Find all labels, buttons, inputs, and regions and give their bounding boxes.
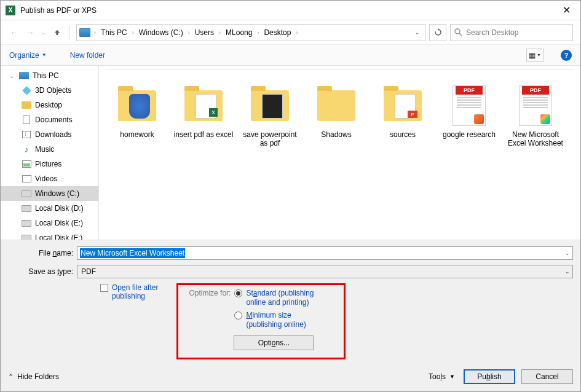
file-label: save powerpoint as pdf (239, 130, 301, 148)
breadcrumb-item[interactable]: Desktop (263, 27, 292, 38)
file-item[interactable]: PDFgoogle research (436, 81, 502, 155)
saveastype-select[interactable]: PDF ⌄ (77, 265, 573, 278)
file-item[interactable]: PDFNew Microsoft Excel Worksheet (502, 81, 569, 155)
chevron-right-icon[interactable]: › (255, 29, 261, 36)
breadcrumb-item[interactable]: MLoong (224, 27, 253, 38)
breadcrumb-item[interactable]: Windows (C:) (138, 27, 184, 38)
file-thumb (314, 84, 358, 128)
new-folder-button[interactable]: New folder (70, 51, 105, 60)
open-after-label: Open file afterpublishing (112, 283, 158, 300)
file-label: sources (390, 130, 416, 139)
optimize-group: Optimize for: Standard (publishingonline… (176, 283, 345, 359)
navbar: ← → ⌄ › This PC › Windows (C:) › Users ›… (1, 20, 580, 45)
cancel-button[interactable]: Cancel (521, 369, 573, 384)
search-icon (454, 28, 462, 36)
chevron-down-icon: ▼ (42, 52, 47, 58)
sidebar-item[interactable]: This PC (1, 68, 98, 83)
tools-button[interactable]: Tools ▼ (426, 372, 457, 381)
sidebar-item-label: Local Disk (D:) (35, 204, 84, 213)
filename-input[interactable]: New Microsoft Excel Worksheet ⌄ (77, 246, 573, 260)
file-item[interactable]: insert pdf as excel (170, 81, 237, 155)
sidebar-item[interactable]: Local Disk (E:) (1, 216, 98, 230)
chevron-down-icon[interactable]: ⌄ (565, 269, 570, 275)
back-icon[interactable]: ← (8, 26, 20, 39)
history-dropdown-icon[interactable]: ⌄ (40, 26, 47, 39)
filename-label: File name: (8, 249, 77, 257)
file-label: Shadows (321, 130, 351, 139)
sidebar-item[interactable]: Local Disk (D:) (1, 201, 98, 216)
sidebar-item[interactable]: Downloads (1, 127, 98, 142)
refresh-button[interactable] (429, 24, 446, 41)
breadcrumb[interactable]: › This PC › Windows (C:) › Users › MLoon… (76, 24, 425, 41)
sidebar-item[interactable]: Pictures (1, 157, 98, 171)
sidebar-item-label: Videos (35, 174, 57, 183)
file-item[interactable]: homework (104, 81, 170, 155)
file-item[interactable]: Shadows (303, 81, 370, 155)
file-label: New Microsoft Excel Worksheet (505, 130, 566, 148)
file-thumb (381, 84, 425, 128)
main: This PC3D ObjectsDesktopDocumentsDownloa… (1, 66, 580, 240)
refresh-icon (434, 28, 442, 36)
sidebar-item[interactable]: ♪Music (1, 142, 98, 157)
sidebar-item-label: This PC (33, 71, 59, 80)
up-icon[interactable] (51, 26, 63, 39)
organize-button[interactable]: Organize ▼ (9, 51, 47, 60)
sidebar-item[interactable]: Desktop (1, 98, 98, 112)
toolbar: Organize ▼ New folder ▦ ▼ ? (1, 45, 580, 66)
sidebar: This PC3D ObjectsDesktopDocumentsDownloa… (1, 66, 99, 240)
sidebar-item[interactable]: Documents (1, 112, 98, 127)
sidebar-item[interactable]: Windows (C:) (1, 186, 98, 201)
sidebar-item[interactable]: Videos (1, 171, 98, 186)
file-item[interactable]: save powerpoint as pdf (237, 81, 303, 155)
chevron-down-icon[interactable]: ⌄ (565, 250, 570, 256)
file-label: insert pdf as excel (174, 130, 234, 139)
chevron-up-icon: ⌃ (8, 373, 14, 381)
radio-standard-label[interactable]: Standard (publishingonline and printing) (246, 289, 314, 307)
saveastype-label: Save as type: (8, 267, 77, 276)
sidebar-item[interactable]: 3D Objects (1, 83, 98, 98)
chevron-right-icon[interactable]: › (130, 29, 136, 36)
form-area: File name: New Microsoft Excel Worksheet… (1, 240, 580, 363)
monitor-icon (79, 28, 90, 37)
file-thumb: PDF (447, 84, 491, 128)
sidebar-item[interactable]: Local Disk (F:) (1, 230, 98, 240)
close-icon[interactable]: ✕ (558, 4, 575, 16)
sidebar-item-label: Music (35, 145, 54, 154)
sidebar-item-label: Downloads (35, 130, 71, 139)
options-button[interactable]: Options... (234, 335, 314, 350)
svg-line-1 (459, 33, 462, 36)
radio-standard[interactable] (234, 289, 242, 297)
footer: ⌃ Hide Folders Tools ▼ Publish Cancel (1, 363, 580, 391)
publish-button[interactable]: Publish (464, 369, 515, 384)
chevron-right-icon[interactable]: › (216, 29, 223, 36)
breadcrumb-item[interactable]: Users (194, 27, 215, 38)
file-area: homeworkinsert pdf as excelsave powerpoi… (99, 66, 580, 240)
chevron-right-icon[interactable]: › (186, 29, 192, 36)
open-after-checkbox-row[interactable]: Open file afterpublishing (100, 283, 158, 300)
view-button[interactable]: ▦ ▼ (526, 49, 543, 62)
breadcrumb-item[interactable]: This PC (100, 27, 128, 38)
chevron-down-icon[interactable]: ⌄ (411, 29, 424, 36)
file-item[interactable]: sources (370, 81, 436, 155)
sidebar-item-label: 3D Objects (35, 86, 71, 95)
window-title: Publish as PDF or XPS (20, 6, 558, 15)
hide-folders-button[interactable]: ⌃ Hide Folders (8, 372, 59, 381)
radio-minimum[interactable] (234, 312, 242, 319)
radio-minimum-label[interactable]: Minimum size(publishing online) (246, 311, 306, 329)
file-thumb (181, 84, 226, 128)
help-button[interactable]: ? (561, 50, 572, 61)
search-placeholder: Search Desktop (466, 28, 518, 37)
separator (69, 26, 70, 39)
search-input[interactable]: Search Desktop (450, 24, 573, 41)
sidebar-item-label: Documents (35, 116, 73, 124)
file-grid[interactable]: homeworkinsert pdf as excelsave powerpoi… (99, 70, 580, 240)
chevron-right-icon[interactable]: › (92, 29, 98, 36)
file-label: google research (443, 130, 496, 139)
open-after-checkbox[interactable] (100, 284, 108, 292)
titlebar: X Publish as PDF or XPS ✕ (1, 1, 580, 20)
tiles-icon: ▦ (529, 51, 536, 60)
chevron-down-icon: ▼ (537, 53, 541, 57)
chevron-right-icon[interactable]: › (293, 29, 300, 36)
file-label: homework (120, 130, 154, 139)
forward-icon[interactable]: → (24, 26, 36, 39)
